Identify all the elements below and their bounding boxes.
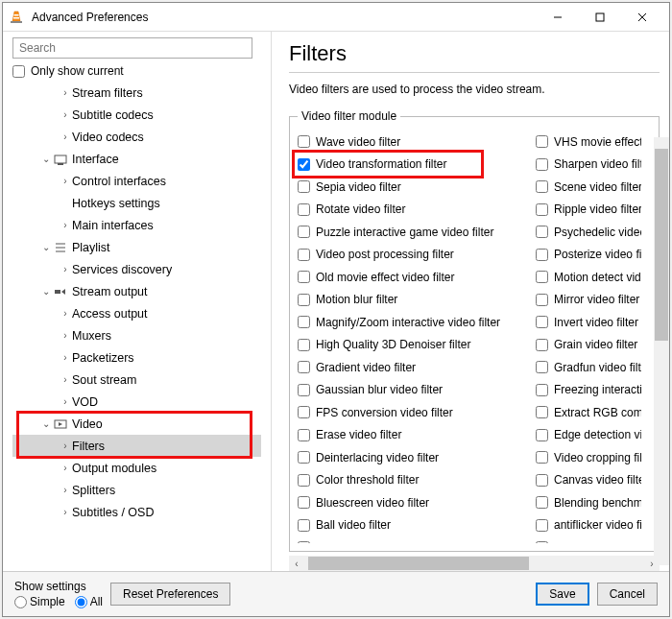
filter-checkbox[interactable]: Grain video filter [536,334,641,357]
cancel-button[interactable]: Cancel [597,583,658,606]
filter-checkbox[interactable]: antiflicker video filter [536,514,641,537]
filter-checkbox[interactable]: Video cropping filter [536,446,641,469]
tree-item-main-interfaces[interactable]: ›Main interfaces [12,214,261,236]
save-button[interactable]: Save [536,583,588,606]
filter-checkbox-input[interactable] [536,226,548,238]
filter-checkbox[interactable]: Erase video filter [298,424,536,447]
filter-checkbox-input[interactable] [298,496,310,509]
filter-checkbox[interactable]: Puzzle interactive game video filter [298,221,536,244]
filter-checkbox[interactable]: Gradient video filter [298,356,536,379]
maximize-button[interactable] [579,4,621,31]
filter-checkbox-input[interactable] [298,474,310,487]
filter-checkbox[interactable]: Wave video filter [298,131,536,154]
filter-checkbox[interactable]: Posterize video filter [536,244,641,267]
tree-item-access-output[interactable]: ›Access output [12,302,261,324]
filter-checkbox-input[interactable] [536,541,548,543]
filter-checkbox[interactable]: Rotate video filter [298,199,536,222]
tree-item-muxers[interactable]: ›Muxers [12,324,261,346]
filter-checkbox[interactable]: Ball video filter [298,514,536,537]
tree-item-stream-filters[interactable]: ›Stream filters [12,82,261,104]
tree-item-splitters[interactable]: ›Splitters [12,479,261,501]
filter-checkbox[interactable]: Scene video filter [536,176,641,199]
reset-preferences-button[interactable]: Reset Preferences [110,583,230,606]
filter-checkbox[interactable]: Deinterlacing video filter [298,446,536,469]
filter-checkbox[interactable]: Ripple video filter [536,199,641,222]
filter-checkbox[interactable]: Old movie effect video filter [298,266,536,289]
scrollbar-thumb[interactable] [308,557,529,570]
minimize-button[interactable] [537,4,579,31]
filter-checkbox-input[interactable] [536,406,548,418]
filter-checkbox[interactable]: Blending benchmark filter [536,491,641,514]
filter-checkbox-input[interactable] [298,271,310,283]
filter-checkbox[interactable]: Magnify/Zoom interactive video filter [298,311,536,334]
tree-item-subtitle-codecs[interactable]: ›Subtitle codecs [12,104,261,126]
filter-checkbox-input[interactable] [298,180,310,193]
filter-checkbox[interactable]: Gradfun video filter [536,356,641,379]
filter-checkbox-input[interactable] [536,429,548,441]
filter-checkbox[interactable]: Color threshold filter [298,469,536,492]
filter-checkbox[interactable]: High Quality 3D Denoiser filter [298,334,536,357]
filter-checkbox-input[interactable] [536,361,548,373]
filter-checkbox[interactable]: Video transformation filter [298,154,536,177]
scrollbar-thumb[interactable] [655,149,668,341]
filter-checkbox-input[interactable] [298,158,310,171]
filter-checkbox[interactable]: Invert video filter [536,311,641,334]
scroll-left-icon[interactable]: ‹ [289,559,304,569]
tree-item-filters[interactable]: ›Filters [12,435,261,457]
tree-item-video-codecs[interactable]: ›Video codecs [12,126,261,148]
horizontal-scrollbar[interactable]: ‹ › [289,556,660,571]
filter-checkbox-input[interactable] [536,384,548,396]
filter-checkbox-input[interactable] [536,496,548,509]
preferences-tree[interactable]: ›Stream filters ›Subtitle codecs ›Video … [12,82,267,571]
filter-checkbox[interactable]: Sepia video filter [298,176,536,199]
filter-checkbox[interactable]: Video post processing filter [298,244,536,267]
filter-checkbox-input[interactable] [298,135,310,148]
filter-checkbox[interactable]: Bluescreen video filter [298,491,536,514]
filter-checkbox[interactable]: Extract RGB component video filter [536,401,641,424]
tree-item-interface[interactable]: ⌄Interface [12,148,261,170]
filter-checkbox[interactable]: FPS conversion video filter [298,401,536,424]
tree-item-packetizers[interactable]: ›Packetizers [12,346,261,369]
only-show-current[interactable]: Only show current [12,64,267,78]
tree-item-control-interfaces[interactable]: ›Control interfaces [12,170,261,192]
radio-simple[interactable]: Simple [14,595,65,608]
filter-checkbox-input[interactable] [298,451,310,464]
filter-checkbox-input[interactable] [536,158,548,171]
filter-checkbox-input[interactable] [298,226,310,238]
filter-checkbox-input[interactable] [536,451,548,464]
filter-checkbox[interactable]: Psychedelic video filter [536,221,641,244]
tree-item-playlist[interactable]: ⌄Playlist [12,236,261,258]
tree-item-video[interactable]: ⌄Video [12,413,261,435]
filter-checkbox-input[interactable] [536,316,548,328]
filter-checkbox-input[interactable] [536,271,548,283]
filter-checkbox-input[interactable] [536,519,548,532]
filter-checkbox-input[interactable] [298,203,310,216]
filter-checkbox-input[interactable] [298,406,310,418]
tree-item-vod[interactable]: ›VOD [12,391,261,413]
tree-item-services-discovery[interactable]: ›Services discovery [12,258,261,280]
filter-checkbox-input[interactable] [298,361,310,373]
tree-item-output-modules[interactable]: ›Output modules [12,457,261,479]
filter-checkbox[interactable]: Freezing interactive video filter [536,379,641,402]
tree-item-subtitles-osd[interactable]: ›Subtitles / OSD [12,501,261,523]
filter-checkbox[interactable]: Alpha mask video filter [536,536,641,543]
filter-checkbox-input[interactable] [536,180,548,193]
filter-checkbox-input[interactable] [536,249,548,261]
only-show-current-checkbox[interactable] [12,65,25,78]
radio-all[interactable]: All [75,595,103,608]
filter-checkbox-input[interactable] [298,316,310,328]
filter-checkbox[interactable]: Sharpen video filter [536,154,641,177]
filter-checkbox-input[interactable] [536,294,548,306]
vertical-scrollbar[interactable] [654,137,669,565]
filter-checkbox-input[interactable] [536,339,548,351]
filter-checkbox-input[interactable] [298,249,310,261]
filter-checkbox[interactable]: Gaussian blur video filter [298,379,536,402]
filter-checkbox[interactable]: Mirror video filter [536,289,641,312]
filter-checkbox[interactable]: Motion blur filter [298,289,536,312]
filter-checkbox-input[interactable] [298,429,310,441]
filter-checkbox[interactable]: Convert 3D picture to anaglyph image vid… [298,536,536,543]
tree-item-sout-stream[interactable]: ›Sout stream [12,369,261,391]
filter-checkbox-input[interactable] [298,339,310,351]
filter-checkbox-input[interactable] [298,384,310,396]
filter-checkbox-input[interactable] [536,474,548,487]
